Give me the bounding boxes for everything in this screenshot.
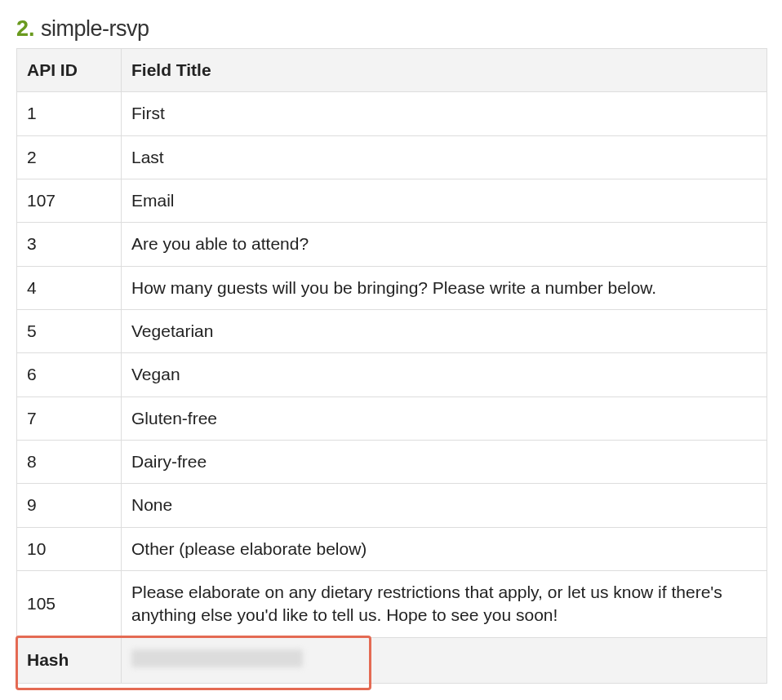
cell-field-title: Gluten-free — [122, 397, 767, 440]
cell-field-title: Email — [122, 179, 767, 223]
table-row: 105Please elaborate on any dietary restr… — [17, 571, 767, 638]
cell-field-title: Vegetarian — [122, 310, 767, 353]
cell-field-title: None — [122, 484, 767, 527]
table-row: 4How many guests will you be bringing? P… — [17, 266, 767, 309]
table-footer-row: Hash — [17, 637, 767, 683]
table-row: 7Gluten-free — [17, 397, 767, 440]
footer-label: Hash — [17, 637, 122, 683]
cell-field-title: Last — [122, 135, 767, 179]
table-row: 9None — [17, 484, 767, 527]
cell-field-title: Other (please elaborate below) — [122, 527, 767, 570]
cell-api-id: 7 — [17, 397, 122, 440]
col-header-field-title: Field Title — [122, 49, 767, 92]
cell-api-id: 8 — [17, 441, 122, 484]
cell-api-id: 6 — [17, 353, 122, 397]
cell-field-title: First — [122, 92, 767, 135]
cell-field-title: Are you able to attend? — [122, 223, 767, 266]
table-row: 107Email — [17, 179, 767, 223]
cell-api-id: 1 — [17, 92, 122, 135]
table-row: 3Are you able to attend? — [17, 223, 767, 266]
section-number: 2. — [16, 16, 35, 41]
footer-hash-redacted — [131, 649, 303, 667]
table-row: 8Dairy-free — [17, 441, 767, 484]
footer-value-cell — [122, 637, 767, 683]
col-header-api-id: API ID — [17, 49, 122, 92]
cell-api-id: 4 — [17, 266, 122, 309]
section-heading: 2. simple-rsvp — [16, 16, 766, 42]
cell-api-id: 9 — [17, 484, 122, 527]
cell-field-title: Please elaborate on any dietary restrict… — [122, 571, 767, 638]
cell-field-title: How many guests will you be bringing? Pl… — [122, 266, 767, 309]
fields-table: API ID Field Title 1First2Last107Email3A… — [16, 48, 767, 684]
cell-api-id: 107 — [17, 179, 122, 223]
cell-api-id: 5 — [17, 310, 122, 353]
table-row: 1First — [17, 92, 767, 135]
cell-api-id: 105 — [17, 571, 122, 638]
table-row: 2Last — [17, 135, 767, 179]
table-row: 6Vegan — [17, 353, 767, 397]
cell-field-title: Vegan — [122, 353, 767, 397]
cell-api-id: 2 — [17, 135, 122, 179]
cell-api-id: 3 — [17, 223, 122, 266]
table-row: 5Vegetarian — [17, 310, 767, 353]
table-header-row: API ID Field Title — [17, 49, 767, 92]
cell-api-id: 10 — [17, 527, 122, 570]
section-title: simple-rsvp — [41, 16, 149, 41]
table-row: 10Other (please elaborate below) — [17, 527, 767, 570]
cell-field-title: Dairy-free — [122, 441, 767, 484]
